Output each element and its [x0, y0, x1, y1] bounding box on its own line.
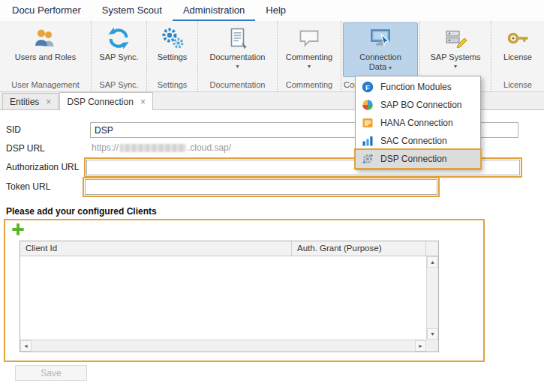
commenting-button[interactable]: Commenting ▾	[281, 22, 338, 77]
ribbon-group-user-management: Users and Roles User Management	[0, 21, 92, 91]
token-url-label: Token URL	[6, 181, 50, 192]
authorization-url-label: Authorization URL	[6, 162, 79, 172]
hana-icon	[362, 117, 374, 129]
menu-item-label: Function Modules	[380, 82, 452, 92]
ribbon-group-label: SAP Sync.	[92, 77, 146, 91]
scroll-right-icon[interactable]: ►	[415, 340, 426, 352]
license-button[interactable]: License	[498, 22, 537, 77]
scrollbar-corner	[426, 340, 438, 352]
ribbon-group-settings: Settings Settings	[147, 21, 198, 91]
save-button[interactable]: Save	[15, 365, 87, 381]
column-header-filler	[426, 241, 438, 256]
menu-item-sac-connection[interactable]: SAC Connection	[356, 132, 480, 150]
sap-bo-pie-icon	[362, 99, 374, 111]
menu-item-function-modules[interactable]: F Function Modules	[356, 78, 480, 96]
comment-bubble-icon	[297, 26, 321, 50]
scroll-down-icon[interactable]: ▼	[427, 328, 438, 340]
users-icon	[33, 26, 57, 50]
redacted-url-segment	[120, 144, 186, 152]
ribbon-button-label: License	[503, 52, 532, 62]
column-header-auth-grant[interactable]: Auth. Grant (Purpose)	[292, 241, 426, 256]
sap-systems-icon	[443, 26, 467, 50]
ribbon-group-documentation: Documentation ▾ Documentation	[198, 21, 278, 91]
tab-label: Entities	[10, 97, 39, 107]
ribbon-group-label: Documentation	[198, 77, 277, 91]
svg-text:F: F	[365, 83, 370, 91]
scroll-up-icon[interactable]: ▲	[427, 256, 438, 268]
scroll-left-icon[interactable]: ◄	[20, 340, 32, 352]
dsp-gear-icon	[362, 153, 374, 165]
menu-item-dsp-connection[interactable]: DSP Connection	[356, 150, 480, 168]
menu-item-administration[interactable]: Administration	[173, 0, 255, 21]
sid-label: SID	[6, 124, 21, 135]
function-modules-icon: F	[362, 81, 374, 93]
close-icon[interactable]: ×	[46, 97, 51, 107]
plus-icon	[11, 223, 25, 236]
ribbon-group-commenting: Commenting ▾ Commenting	[278, 21, 341, 91]
menu-item-sap-bo-connection[interactable]: SAP BO Connection	[356, 96, 480, 114]
chevron-down-icon: ▾	[389, 64, 392, 71]
tab-label: DSP Connection	[67, 97, 134, 107]
menu-item-label: DSP Connection	[380, 154, 447, 164]
chevron-down-icon: ▾	[308, 64, 311, 70]
documentation-button[interactable]: Documentation ▾	[205, 22, 271, 77]
vertical-scrollbar[interactable]: ▲ ▼	[426, 256, 438, 340]
menu-item-label: HANA Connection	[380, 118, 453, 128]
menu-item-help[interactable]: Help	[255, 0, 296, 21]
ribbon-button-label: Documentation	[210, 52, 266, 62]
tab-dsp-connection[interactable]: DSP Connection ×	[59, 92, 153, 110]
tab-entities[interactable]: Entities ×	[2, 93, 59, 109]
dsp-url-prefix: https://	[92, 142, 119, 153]
connection-data-menu: F Function Modules SAP BO Connection HAN…	[355, 76, 481, 170]
ribbon-button-label: SAP Systems	[430, 52, 480, 62]
menu-item-label: SAP BO Connection	[380, 100, 462, 110]
menu-item-label: SAC Connection	[380, 136, 447, 146]
dsp-url-value: https:// .cloud.sap/	[92, 142, 231, 153]
token-url-input[interactable]	[85, 179, 437, 195]
sap-systems-button[interactable]: SAP Systems ▾	[425, 22, 485, 77]
connection-data-button[interactable]: Connection Data▾	[343, 22, 418, 77]
ribbon-group-label: User Management	[0, 77, 91, 91]
horizontal-scrollbar[interactable]: ◄ ►	[20, 340, 426, 352]
ribbon-button-label: SAP Sync.	[99, 52, 138, 62]
menu-bar: Docu Performer System Scout Administrati…	[0, 0, 544, 21]
chevron-down-icon: ▾	[236, 64, 239, 70]
clients-table-header: Client Id Auth. Grant (Purpose)	[20, 241, 438, 256]
ribbon-button-label: Connection Data▾	[348, 52, 413, 72]
menu-item-label: Docu Performer	[12, 4, 81, 16]
clients-table: Client Id Auth. Grant (Purpose) ▲ ▼ ◄ ►	[20, 241, 439, 352]
ribbon-group-label: License	[491, 77, 544, 91]
ribbon-group-label: Commenting	[278, 77, 341, 91]
ribbon-group-license: License License	[491, 21, 544, 91]
ribbon-button-label: Settings	[158, 52, 188, 62]
settings-button[interactable]: Settings	[152, 22, 193, 77]
dsp-url-suffix: .cloud.sap/	[188, 142, 231, 153]
ribbon-button-label: Users and Roles	[15, 52, 76, 62]
sap-sync-button[interactable]: SAP Sync.	[94, 22, 143, 77]
license-key-icon	[506, 26, 530, 50]
chevron-down-icon: ▾	[454, 64, 457, 70]
menu-item-system-scout[interactable]: System Scout	[92, 0, 173, 21]
menu-item-label: Help	[266, 4, 286, 16]
users-and-roles-button[interactable]: Users and Roles	[10, 22, 81, 77]
ribbon-group-sap-sync: SAP Sync. SAP Sync.	[92, 21, 147, 91]
menu-item-docu-performer[interactable]: Docu Performer	[2, 0, 92, 21]
menu-item-hana-connection[interactable]: HANA Connection	[356, 114, 480, 132]
ribbon-group-label: Settings	[147, 77, 197, 91]
close-icon[interactable]: ×	[140, 97, 146, 107]
ribbon-button-label: Commenting	[286, 52, 332, 62]
ribbon-button-label-text: Connection Data	[359, 52, 401, 71]
sync-icon	[107, 26, 131, 50]
clients-panel-highlight-box: Client Id Auth. Grant (Purpose) ▲ ▼ ◄ ►	[4, 219, 485, 362]
menu-item-label: System Scout	[102, 4, 162, 16]
connection-data-icon	[368, 26, 392, 50]
gears-icon	[161, 26, 185, 50]
document-icon	[226, 26, 250, 50]
dsp-url-label: DSP URL	[6, 143, 45, 154]
column-header-client-id[interactable]: Client Id	[20, 241, 292, 256]
token-url-highlight-box	[83, 177, 440, 197]
clients-table-body[interactable]	[20, 256, 426, 340]
add-client-button[interactable]	[11, 223, 25, 236]
clients-heading: Please add your configured Clients	[6, 206, 157, 217]
sac-chart-icon	[362, 135, 374, 147]
